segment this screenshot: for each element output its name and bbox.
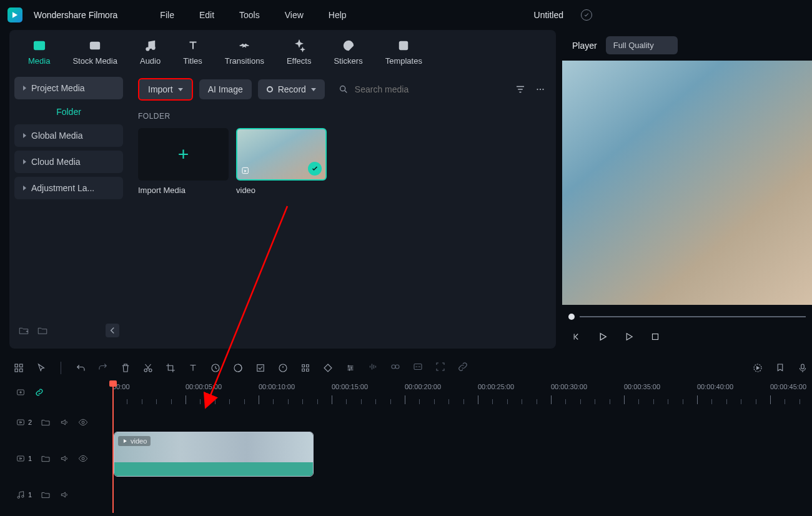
eye-icon[interactable] <box>78 417 88 427</box>
stop-button[interactable] <box>650 331 661 342</box>
marker-icon[interactable] <box>775 362 786 374</box>
svg-rect-22 <box>257 364 264 371</box>
svg-point-3 <box>146 47 149 51</box>
adjust-icon[interactable] <box>345 362 356 374</box>
speed-ramp-icon[interactable] <box>277 362 289 374</box>
cut-icon[interactable] <box>142 362 154 374</box>
timeline-ruler[interactable]: 00:0000:00:05:0000:00:10:0000:00:15:0000… <box>112 380 812 404</box>
svg-point-9 <box>537 89 538 90</box>
svg-point-10 <box>540 89 541 90</box>
player-title: Player <box>572 41 597 51</box>
undo-icon[interactable] <box>75 362 86 374</box>
mute-icon[interactable] <box>59 490 69 500</box>
svg-point-8 <box>340 86 345 91</box>
menu-edit[interactable]: Edit <box>199 10 214 20</box>
preview-viewport[interactable] <box>562 61 812 305</box>
green-screen-icon[interactable] <box>255 362 266 374</box>
filter-icon[interactable] <box>515 84 526 95</box>
folder-icon[interactable] <box>41 454 51 464</box>
track-head-v2[interactable]: 2 <box>9 404 112 440</box>
sidebar-item-adjustment[interactable]: Adjustment La... <box>14 177 123 199</box>
collapse-sidebar-button[interactable] <box>106 324 119 337</box>
cursor-icon[interactable] <box>36 362 47 374</box>
quality-selector[interactable]: Full Quality <box>606 36 678 54</box>
project-title: Untitled <box>534 10 563 20</box>
svg-rect-15 <box>20 364 23 367</box>
media-sidebar: Project Media Folder Global Media Cloud … <box>9 71 128 349</box>
redo-icon[interactable] <box>97 361 109 372</box>
add-track-icon[interactable] <box>16 387 26 397</box>
video-track-1[interactable]: video <box>112 429 812 477</box>
svg-point-33 <box>82 457 84 460</box>
link-icon[interactable] <box>34 387 44 397</box>
sidebar-folder-label[interactable]: Folder <box>14 99 123 124</box>
video-track-icon <box>16 454 26 464</box>
video-track-icon <box>16 417 26 427</box>
menu-file[interactable]: File <box>160 10 174 20</box>
media-clip-video[interactable]: video <box>236 128 327 195</box>
search-input[interactable] <box>355 84 508 94</box>
new-folder-icon[interactable] <box>18 325 29 336</box>
expand-icon[interactable] <box>435 361 446 372</box>
search-icon <box>339 84 349 94</box>
app-logo <box>7 7 22 22</box>
prev-frame-button[interactable] <box>571 331 582 342</box>
eye-icon[interactable] <box>78 454 88 464</box>
module-tabs: Media Stock Media Audio Titles Transitio… <box>9 30 556 71</box>
tab-audio[interactable]: Audio <box>140 39 161 71</box>
track-icon[interactable] <box>300 362 311 374</box>
sidebar-item-cloud-media[interactable]: Cloud Media <box>14 151 123 173</box>
folder-icon[interactable] <box>37 325 48 336</box>
playhead[interactable] <box>112 380 114 513</box>
folder-icon[interactable] <box>41 490 51 500</box>
subtitle-icon[interactable] <box>412 361 423 372</box>
menu-view[interactable]: View <box>285 10 304 20</box>
add-track-icon[interactable] <box>13 362 24 374</box>
more-icon[interactable] <box>535 84 546 95</box>
menu-tools[interactable]: Tools <box>239 10 260 20</box>
track-head-a1[interactable]: 1 <box>9 477 112 513</box>
link-icon[interactable] <box>457 361 468 372</box>
speed-icon[interactable] <box>210 362 221 374</box>
tab-media[interactable]: Media <box>28 39 50 71</box>
import-media-tile[interactable]: + Import Media <box>138 128 229 195</box>
text-icon[interactable] <box>187 362 199 374</box>
color-icon[interactable] <box>232 362 244 374</box>
play-pause-button[interactable] <box>597 331 608 342</box>
tab-templates[interactable]: Templates <box>385 39 422 71</box>
sync-status-icon[interactable] <box>581 9 592 21</box>
mute-icon[interactable] <box>59 454 69 464</box>
tab-titles[interactable]: Titles <box>183 39 202 71</box>
audio-track-1[interactable] <box>112 477 812 513</box>
video-clip-icon <box>241 166 251 176</box>
ai-image-button[interactable]: AI Image <box>199 79 252 99</box>
folder-icon[interactable] <box>41 417 51 427</box>
sidebar-item-global-media[interactable]: Global Media <box>14 124 123 147</box>
seek-bar[interactable] <box>562 305 812 325</box>
svg-rect-16 <box>15 369 18 372</box>
sidebar-item-project-media[interactable]: Project Media <box>14 77 123 99</box>
svg-rect-30 <box>17 420 24 425</box>
check-icon <box>308 162 322 176</box>
svg-point-25 <box>395 365 399 369</box>
tab-transitions[interactable]: Transitions <box>225 39 264 71</box>
tab-stickers[interactable]: Stickers <box>334 39 362 71</box>
audio-edit-icon[interactable] <box>367 361 379 372</box>
svg-point-5 <box>346 44 347 45</box>
tab-effects[interactable]: Effects <box>287 39 312 71</box>
mic-icon[interactable] <box>797 362 808 374</box>
import-button[interactable]: Import <box>138 78 193 101</box>
keyframe-icon[interactable] <box>322 362 334 374</box>
play-button[interactable] <box>623 331 635 342</box>
mute-icon[interactable] <box>59 417 69 427</box>
menu-help[interactable]: Help <box>329 10 347 20</box>
delete-icon[interactable] <box>120 362 131 374</box>
timeline-clip[interactable]: video <box>114 432 314 477</box>
render-icon[interactable] <box>752 362 763 374</box>
record-button[interactable]: Record <box>258 79 325 99</box>
chevron-down-icon <box>311 88 316 91</box>
audio-sync-icon[interactable] <box>390 361 401 372</box>
track-head-v1[interactable]: 1 <box>9 440 112 477</box>
tab-stock-media[interactable]: Stock Media <box>72 39 117 71</box>
crop-icon[interactable] <box>165 362 176 374</box>
